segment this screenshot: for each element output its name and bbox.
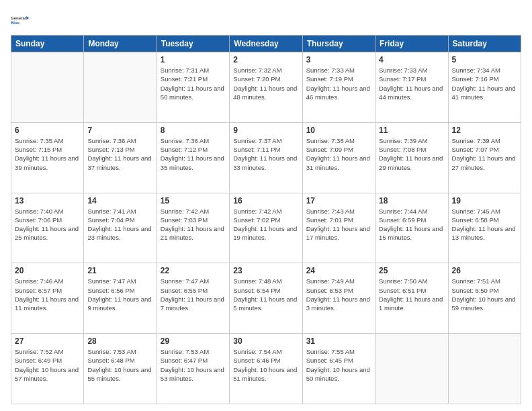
week-row-2: 6Sunrise: 7:35 AMSunset: 7:15 PMDaylight…: [11, 122, 521, 193]
day-number: 19: [452, 196, 517, 205]
day-info: Sunrise: 7:36 AMSunset: 7:12 PMDaylight:…: [161, 136, 226, 172]
day-cell: 11Sunrise: 7:39 AMSunset: 7:08 PMDayligh…: [375, 122, 448, 193]
day-number: 17: [306, 196, 371, 205]
day-cell: 26Sunrise: 7:51 AMSunset: 6:50 PMDayligh…: [448, 263, 521, 334]
col-header-friday: Friday: [375, 36, 448, 52]
day-info: Sunrise: 7:53 AMSunset: 6:48 PMDaylight:…: [87, 347, 152, 383]
svg-text:General: General: [11, 16, 26, 20]
day-info: Sunrise: 7:32 AMSunset: 7:20 PMDaylight:…: [233, 66, 298, 101]
header-row: SundayMondayTuesdayWednesdayThursdayFrid…: [11, 36, 521, 52]
day-cell: 18Sunrise: 7:44 AMSunset: 6:59 PMDayligh…: [375, 193, 448, 263]
day-info: Sunrise: 7:47 AMSunset: 6:56 PMDaylight:…: [87, 277, 152, 312]
day-cell: 14Sunrise: 7:41 AMSunset: 7:04 PMDayligh…: [84, 193, 157, 263]
svg-text:Blue: Blue: [11, 21, 20, 25]
day-number: 5: [452, 55, 517, 64]
day-number: 4: [379, 55, 444, 64]
day-cell: 27Sunrise: 7:52 AMSunset: 6:49 PMDayligh…: [11, 334, 84, 404]
day-info: Sunrise: 7:49 AMSunset: 6:53 PMDaylight:…: [306, 277, 371, 312]
day-cell: 13Sunrise: 7:40 AMSunset: 7:06 PMDayligh…: [11, 193, 84, 263]
day-cell: 8Sunrise: 7:36 AMSunset: 7:12 PMDaylight…: [157, 122, 229, 193]
day-cell: 5Sunrise: 7:34 AMSunset: 7:16 PMDaylight…: [448, 52, 521, 123]
day-info: Sunrise: 7:53 AMSunset: 6:47 PMDaylight:…: [161, 347, 226, 383]
day-info: Sunrise: 7:36 AMSunset: 7:13 PMDaylight:…: [87, 136, 152, 172]
day-cell: 12Sunrise: 7:39 AMSunset: 7:07 PMDayligh…: [448, 122, 521, 193]
day-info: Sunrise: 7:39 AMSunset: 7:08 PMDaylight:…: [379, 136, 444, 172]
day-info: Sunrise: 7:33 AMSunset: 7:17 PMDaylight:…: [379, 66, 444, 101]
day-info: Sunrise: 7:43 AMSunset: 7:01 PMDaylight:…: [306, 207, 371, 242]
svg-marker-2: [26, 16, 29, 20]
day-number: 2: [233, 55, 298, 64]
day-number: 23: [233, 266, 298, 275]
day-number: 9: [233, 126, 298, 135]
day-info: Sunrise: 7:47 AMSunset: 6:55 PMDaylight:…: [161, 277, 226, 312]
day-number: 31: [306, 336, 371, 346]
day-cell: [84, 52, 157, 123]
day-number: 20: [15, 266, 80, 275]
day-info: Sunrise: 7:42 AMSunset: 7:02 PMDaylight:…: [233, 207, 298, 242]
day-cell: 4Sunrise: 7:33 AMSunset: 7:17 PMDaylight…: [375, 52, 448, 123]
day-info: Sunrise: 7:54 AMSunset: 6:46 PMDaylight:…: [233, 347, 298, 383]
day-number: 7: [87, 126, 152, 135]
day-cell: [448, 334, 521, 404]
week-row-5: 27Sunrise: 7:52 AMSunset: 6:49 PMDayligh…: [11, 334, 521, 404]
day-number: 14: [87, 196, 152, 205]
day-info: Sunrise: 7:35 AMSunset: 7:15 PMDaylight:…: [15, 136, 80, 172]
day-cell: 22Sunrise: 7:47 AMSunset: 6:55 PMDayligh…: [157, 263, 229, 334]
col-header-monday: Monday: [84, 36, 157, 52]
day-number: 24: [306, 266, 371, 275]
day-cell: 20Sunrise: 7:46 AMSunset: 6:57 PMDayligh…: [11, 263, 84, 334]
day-cell: 10Sunrise: 7:38 AMSunset: 7:09 PMDayligh…: [302, 122, 375, 193]
week-row-1: 1Sunrise: 7:31 AMSunset: 7:21 PMDaylight…: [11, 52, 521, 123]
day-info: Sunrise: 7:34 AMSunset: 7:16 PMDaylight:…: [452, 66, 517, 101]
day-info: Sunrise: 7:41 AMSunset: 7:04 PMDaylight:…: [87, 207, 152, 242]
day-cell: 2Sunrise: 7:32 AMSunset: 7:20 PMDaylight…: [230, 52, 302, 123]
week-row-4: 20Sunrise: 7:46 AMSunset: 6:57 PMDayligh…: [11, 263, 521, 334]
col-header-wednesday: Wednesday: [230, 36, 302, 52]
day-info: Sunrise: 7:39 AMSunset: 7:07 PMDaylight:…: [452, 136, 517, 172]
day-number: 10: [306, 126, 371, 135]
day-number: 1: [161, 55, 226, 64]
calendar-table: SundayMondayTuesdayWednesdayThursdayFrid…: [11, 35, 521, 404]
day-number: 29: [161, 336, 226, 346]
day-cell: 1Sunrise: 7:31 AMSunset: 7:21 PMDaylight…: [157, 52, 229, 123]
day-cell: 7Sunrise: 7:36 AMSunset: 7:13 PMDaylight…: [84, 122, 157, 193]
day-info: Sunrise: 7:55 AMSunset: 6:45 PMDaylight:…: [306, 347, 371, 383]
day-number: 3: [306, 55, 371, 64]
day-cell: 17Sunrise: 7:43 AMSunset: 7:01 PMDayligh…: [302, 193, 375, 263]
day-number: 11: [379, 126, 444, 135]
day-info: Sunrise: 7:37 AMSunset: 7:11 PMDaylight:…: [233, 136, 298, 172]
logo: GeneralBlue: [11, 11, 30, 30]
day-cell: 15Sunrise: 7:42 AMSunset: 7:03 PMDayligh…: [157, 193, 229, 263]
day-cell: 24Sunrise: 7:49 AMSunset: 6:53 PMDayligh…: [302, 263, 375, 334]
day-cell: 19Sunrise: 7:45 AMSunset: 6:58 PMDayligh…: [448, 193, 521, 263]
logo-icon: GeneralBlue: [11, 11, 30, 30]
day-info: Sunrise: 7:31 AMSunset: 7:21 PMDaylight:…: [161, 66, 226, 101]
header: GeneralBlue: [11, 11, 521, 30]
day-info: Sunrise: 7:45 AMSunset: 6:58 PMDaylight:…: [452, 207, 517, 242]
day-info: Sunrise: 7:46 AMSunset: 6:57 PMDaylight:…: [15, 277, 80, 312]
day-number: 6: [15, 126, 80, 135]
day-cell: 28Sunrise: 7:53 AMSunset: 6:48 PMDayligh…: [84, 334, 157, 404]
day-info: Sunrise: 7:38 AMSunset: 7:09 PMDaylight:…: [306, 136, 371, 172]
day-cell: 3Sunrise: 7:33 AMSunset: 7:19 PMDaylight…: [302, 52, 375, 123]
page: GeneralBlue SundayMondayTuesdayWednesday…: [0, 0, 532, 411]
day-info: Sunrise: 7:40 AMSunset: 7:06 PMDaylight:…: [15, 207, 80, 242]
day-number: 30: [233, 336, 298, 346]
day-info: Sunrise: 7:52 AMSunset: 6:49 PMDaylight:…: [15, 347, 80, 383]
col-header-thursday: Thursday: [302, 36, 375, 52]
day-number: 16: [233, 196, 298, 205]
day-number: 15: [161, 196, 226, 205]
day-cell: 25Sunrise: 7:50 AMSunset: 6:51 PMDayligh…: [375, 263, 448, 334]
col-header-sunday: Sunday: [11, 36, 84, 52]
day-info: Sunrise: 7:51 AMSunset: 6:50 PMDaylight:…: [452, 277, 517, 312]
day-cell: 23Sunrise: 7:48 AMSunset: 6:54 PMDayligh…: [230, 263, 302, 334]
day-cell: 16Sunrise: 7:42 AMSunset: 7:02 PMDayligh…: [230, 193, 302, 263]
day-number: 13: [15, 196, 80, 205]
day-number: 8: [161, 126, 226, 135]
day-number: 27: [15, 336, 80, 346]
day-cell: [375, 334, 448, 404]
day-info: Sunrise: 7:50 AMSunset: 6:51 PMDaylight:…: [379, 277, 444, 312]
day-cell: 30Sunrise: 7:54 AMSunset: 6:46 PMDayligh…: [230, 334, 302, 404]
day-number: 25: [379, 266, 444, 275]
day-number: 26: [452, 266, 517, 275]
